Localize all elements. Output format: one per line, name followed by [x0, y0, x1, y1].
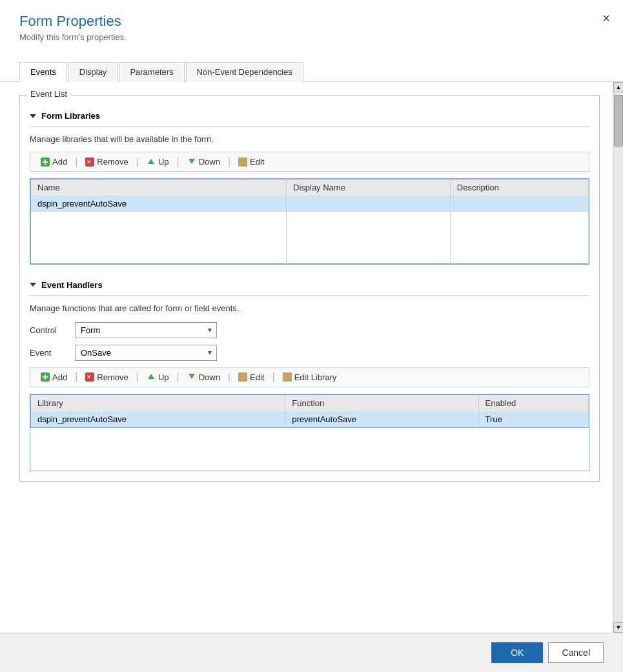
- remove-icon: [85, 158, 94, 167]
- ok-button[interactable]: OK: [491, 642, 543, 663]
- event-label: Event: [30, 348, 68, 358]
- scroll-up-button[interactable]: ▲: [613, 82, 623, 92]
- add-icon-2: [41, 372, 50, 382]
- col-description: Description: [450, 179, 588, 196]
- handlers-edit-button[interactable]: Edit: [233, 371, 269, 384]
- tab-display[interactable]: Display: [68, 62, 118, 82]
- libraries-add-button[interactable]: Add: [36, 155, 72, 168]
- form-libraries-section: Form Libraries Manage libraries that wil…: [30, 111, 589, 265]
- dialog-footer: OK Cancel: [0, 633, 623, 672]
- edit-icon-2: [238, 372, 247, 382]
- control-row: Control Form: [30, 322, 589, 338]
- handlers-table-header: Library Function Enabled: [31, 394, 589, 411]
- cell-name: dspin_preventAutoSave: [31, 196, 287, 212]
- col-library: Library: [31, 394, 285, 411]
- table-empty-row: [31, 212, 589, 263]
- scroll-down-button[interactable]: ▼: [613, 622, 623, 633]
- close-button[interactable]: ×: [602, 12, 610, 25]
- control-select[interactable]: Form: [75, 322, 217, 338]
- handlers-toolbar: Add | Remove | Up: [30, 367, 589, 387]
- cell-enabled: True: [478, 411, 588, 428]
- handlers-table-container: Library Function Enabled: [30, 394, 589, 471]
- event-handlers-section: Event Handlers Manage functions that are…: [30, 280, 589, 471]
- libraries-table-container: Name Display Name Description: [30, 178, 589, 265]
- sep5: |: [72, 371, 80, 383]
- handlers-down-button[interactable]: Down: [182, 371, 225, 384]
- libraries-down-button[interactable]: Down: [182, 155, 225, 168]
- dialog-title: Form Properties: [19, 13, 604, 30]
- libraries-divider: [30, 126, 589, 127]
- event-list-legend: Event List: [26, 89, 71, 99]
- form-properties-dialog: Form Properties Modify this form's prope…: [0, 0, 623, 672]
- col-enabled: Enabled: [478, 394, 588, 411]
- collapse-arrow-libraries[interactable]: [30, 114, 36, 118]
- cell-description: [450, 196, 588, 212]
- tabs-bar: Events Display Parameters Non-Event Depe…: [0, 48, 623, 82]
- event-handlers-desc: Manage functions that are called for for…: [30, 303, 589, 313]
- event-handlers-header: Event Handlers: [30, 280, 589, 290]
- form-libraries-header: Form Libraries: [30, 111, 589, 121]
- cell-library: dspin_preventAutoSave: [31, 411, 285, 428]
- sep6: |: [134, 371, 141, 383]
- dialog-subtitle: Modify this form's properties.: [19, 32, 604, 42]
- edit-library-icon: [283, 372, 292, 382]
- libraries-up-button[interactable]: Up: [141, 155, 174, 168]
- table-row[interactable]: dspin_preventAutoSave preventAutoSave Tr…: [31, 411, 589, 428]
- handlers-up-button[interactable]: Up: [141, 371, 174, 384]
- sep7: |: [174, 371, 182, 383]
- scroll-thumb[interactable]: [614, 95, 623, 147]
- sep3: |: [174, 156, 182, 168]
- sep9: |: [269, 371, 277, 383]
- col-function: Function: [285, 394, 478, 411]
- event-handlers-title: Event Handlers: [41, 280, 103, 290]
- col-name: Name: [31, 179, 287, 196]
- tab-events[interactable]: Events: [19, 62, 67, 82]
- sep8: |: [225, 371, 233, 383]
- form-libraries-desc: Manage libraries that will be available …: [30, 134, 589, 144]
- handlers-divider: [30, 295, 589, 296]
- main-content: Event List Form Libraries Manage librari…: [0, 82, 613, 633]
- event-list-section: Event List Form Libraries Manage librari…: [19, 95, 600, 482]
- handlers-add-button[interactable]: Add: [36, 371, 72, 384]
- libraries-toolbar: Add | Remove | Up: [30, 152, 589, 172]
- cell-function: preventAutoSave: [285, 411, 478, 428]
- control-select-wrapper: Form: [75, 322, 217, 338]
- handlers-remove-button[interactable]: Remove: [80, 371, 133, 384]
- up-icon: [147, 158, 156, 167]
- tab-non-event-dependencies[interactable]: Non-Event Dependencies: [186, 62, 303, 82]
- libraries-table: Name Display Name Description: [30, 179, 589, 264]
- cancel-button[interactable]: Cancel: [548, 642, 604, 663]
- edit-icon: [238, 158, 247, 167]
- libraries-edit-button[interactable]: Edit: [233, 155, 269, 168]
- dialog-body: Event List Form Libraries Manage librari…: [0, 82, 623, 633]
- control-label: Control: [30, 325, 68, 335]
- libraries-table-header: Name Display Name Description: [31, 179, 589, 196]
- event-select[interactable]: OnSave: [75, 345, 217, 361]
- sep2: |: [134, 156, 141, 168]
- scrollbar[interactable]: ▲ ▼: [613, 82, 623, 633]
- sep1: |: [72, 156, 80, 168]
- sep4: |: [225, 156, 233, 168]
- add-icon: [41, 158, 50, 167]
- handlers-edit-library-button[interactable]: Edit Library: [278, 371, 342, 384]
- collapse-arrow-handlers[interactable]: [30, 283, 36, 287]
- table-row[interactable]: dspin_preventAutoSave: [31, 196, 589, 212]
- down-icon-2: [187, 372, 196, 382]
- form-libraries-title: Form Libraries: [41, 111, 100, 121]
- cell-display-name: [287, 196, 451, 212]
- content-area: Event List Form Libraries Manage librari…: [0, 82, 623, 633]
- event-select-wrapper: OnSave: [75, 345, 217, 361]
- remove-icon-2: [85, 372, 94, 382]
- dialog-header: Form Properties Modify this form's prope…: [0, 0, 623, 48]
- libraries-remove-button[interactable]: Remove: [80, 155, 133, 168]
- event-row: Event OnSave: [30, 345, 589, 361]
- tab-parameters[interactable]: Parameters: [119, 62, 184, 82]
- up-icon-2: [147, 372, 156, 382]
- col-display-name: Display Name: [287, 179, 451, 196]
- down-icon: [187, 158, 196, 167]
- handlers-table: Library Function Enabled: [30, 394, 589, 428]
